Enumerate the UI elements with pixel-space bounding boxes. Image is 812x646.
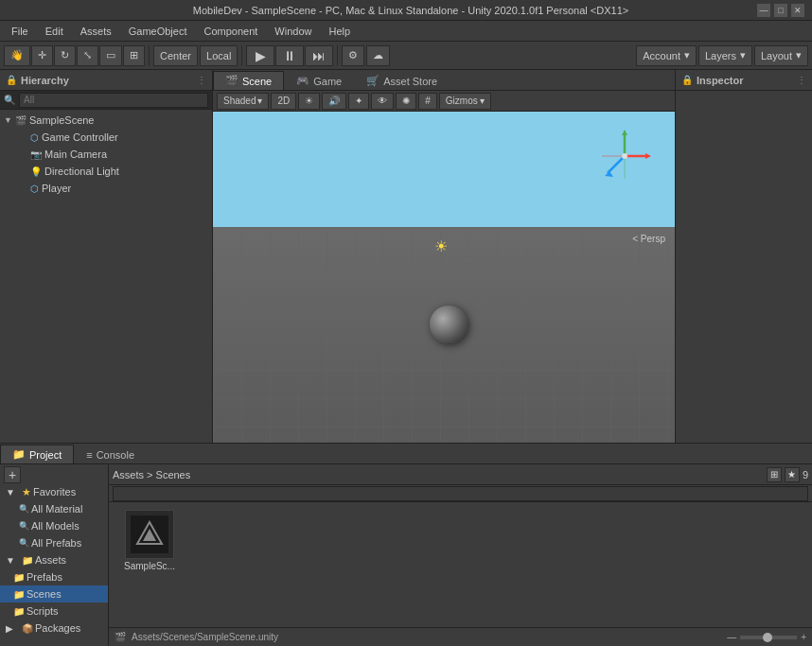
gameobject-icon: ⬡ (30, 132, 39, 143)
project-all-prefabs[interactable]: 🔍 All Prefabs (0, 534, 108, 551)
tab-project[interactable]: 📁 Project (0, 445, 74, 463)
divider-3 (337, 45, 338, 66)
maincamera-label: Main Camera (44, 148, 107, 160)
game-tab-icon: 🎮 (296, 75, 309, 87)
add-button[interactable]: + (4, 466, 21, 483)
menu-window[interactable]: Window (267, 24, 319, 39)
scene-file-icon (125, 510, 174, 559)
maximize-button[interactable]: □ (774, 4, 787, 17)
hierarchy-search-bar: 🔍 (0, 91, 212, 110)
center-panel: 🎬 Scene 🎮 Game 🛒 Asset Store Shaded ▾ (213, 70, 675, 443)
project-favorites[interactable]: ▼ ★ Favorites (0, 483, 108, 500)
rect-tool[interactable]: ▭ (99, 45, 122, 66)
step-button[interactable]: ⏭ (305, 45, 333, 66)
services-button[interactable]: ⚙ (342, 45, 364, 66)
project-item-samplescene[interactable]: SampleSc... (116, 510, 183, 571)
project-assets[interactable]: ▼ 📁 Assets (0, 551, 108, 568)
hierarchy-search-input[interactable] (19, 93, 208, 108)
transform-tool[interactable]: ⊞ (123, 45, 145, 66)
particles-toggle[interactable]: ✺ (396, 93, 416, 110)
project-all-models[interactable]: 🔍 All Models (0, 517, 108, 534)
zoom-out-icon[interactable]: — (727, 632, 736, 642)
title-bar: MobileDev - SampleScene - PC, Mac & Linu… (0, 0, 812, 21)
filter-button[interactable]: ⊞ (767, 467, 782, 482)
project-add-button[interactable]: + (0, 466, 108, 483)
layers-dropdown[interactable]: Layers ▾ (698, 45, 752, 66)
status-bar: 🎬 Assets/Scenes/SampleScene.unity — + (109, 627, 812, 646)
scene-gizmo[interactable] (594, 126, 656, 187)
shaded-arrow: ▾ (257, 96, 262, 106)
tab-scene[interactable]: 🎬 Scene (213, 71, 284, 90)
menu-component[interactable]: Component (196, 24, 265, 39)
scene-canvas[interactable]: ☀ < Persp (213, 112, 675, 443)
project-prefabs[interactable]: 📁 Prefabs (0, 568, 108, 585)
hierarchy-item-gamecontroller[interactable]: ▶ ⬡ Game Controller (0, 129, 212, 146)
all-models-label: All Models (31, 520, 79, 532)
inspector-title: Inspector (697, 75, 744, 86)
project-packages[interactable]: ▶ 📦 Packages (0, 620, 108, 637)
star-filter[interactable]: ★ (785, 467, 800, 482)
play-button[interactable]: ▶ (246, 45, 274, 66)
minimize-button[interactable]: — (757, 4, 770, 17)
scene-status-icon: 🎬 (115, 632, 126, 642)
project-all-material[interactable]: 🔍 All Material (0, 500, 108, 517)
menu-assets[interactable]: Assets (73, 24, 119, 39)
center-pivot-toggle[interactable]: Center (153, 45, 198, 66)
scripts-label: Scripts (26, 605, 59, 617)
close-button[interactable]: ✕ (791, 4, 804, 17)
hierarchy-item-directionallight[interactable]: ▶ 💡 Directional Light (0, 163, 212, 180)
prefabs-label: Prefabs (26, 571, 62, 583)
project-toolbar: Assets > Scenes ⊞ ★ 9 (109, 464, 812, 485)
menu-help[interactable]: Help (321, 24, 358, 39)
layout-label: Layout (761, 50, 792, 61)
gizmos-dropdown[interactable]: Gizmos ▾ (439, 93, 491, 110)
hierarchy-item-player[interactable]: ▶ ⬡ Player (0, 180, 212, 197)
project-search-input[interactable] (113, 486, 808, 501)
shaded-dropdown[interactable]: Shaded ▾ (217, 93, 269, 110)
tab-game[interactable]: 🎮 Game (284, 71, 354, 90)
hierarchy-panel: 🔒 Hierarchy ⋮ 🔍 ▼ 🎬 SampleScene (0, 70, 213, 443)
menu-file[interactable]: File (4, 24, 36, 39)
menu-bar: File Edit Assets GameObject Component Wi… (0, 21, 812, 42)
tab-console[interactable]: ≡ Console (74, 445, 147, 463)
rotate-tool[interactable]: ↻ (54, 45, 76, 66)
move-tool[interactable]: ✛ (31, 45, 53, 66)
zoom-in-icon[interactable]: + (801, 632, 806, 642)
all-prefabs-label: All Prefabs (31, 537, 81, 549)
expand-arrow: ▼ (4, 115, 15, 125)
inspector-more-icon[interactable]: ⋮ (797, 75, 806, 85)
gizmos-arrow: ▾ (480, 96, 485, 106)
effects-toggle[interactable]: ✦ (348, 93, 369, 110)
lighting-toggle[interactable]: ☀ (298, 93, 320, 110)
layers-label: Layers (705, 50, 736, 61)
audio-toggle[interactable]: 🔊 (322, 93, 346, 110)
layout-dropdown[interactable]: Layout ▾ (754, 45, 808, 66)
2d-button[interactable]: 2D (271, 93, 296, 110)
local-global-toggle[interactable]: Local (200, 45, 238, 66)
scenes-label: Scenes (26, 588, 62, 600)
work-area: 🔒 Hierarchy ⋮ 🔍 ▼ 🎬 SampleScene (0, 70, 812, 443)
account-dropdown[interactable]: Account ▾ (636, 45, 697, 66)
center-label: Center (160, 50, 191, 61)
hierarchy-item-maincamera[interactable]: ▶ 📷 Main Camera (0, 146, 212, 163)
hierarchy-item-samplescene[interactable]: ▼ 🎬 SampleScene (0, 112, 212, 129)
grid-toggle[interactable]: # (418, 93, 437, 110)
scale-tool[interactable]: ⤡ (77, 45, 98, 66)
project-scenes[interactable]: 📁 Scenes (0, 585, 108, 602)
menu-edit[interactable]: Edit (38, 24, 71, 39)
zoom-slider[interactable] (740, 636, 797, 639)
pause-button[interactable]: ⏸ (275, 45, 304, 66)
2d-label: 2D (277, 96, 290, 106)
more-icon[interactable]: ⋮ (197, 75, 206, 85)
cloud-button[interactable]: ☁ (366, 45, 390, 66)
tab-assetstore[interactable]: 🛒 Asset Store (354, 71, 450, 90)
gamecontroller-label: Game Controller (42, 131, 118, 143)
project-search-bar (109, 485, 812, 502)
hand-tool[interactable]: 👋 (4, 45, 30, 66)
menu-gameobject[interactable]: GameObject (121, 24, 195, 39)
hidden-objects[interactable]: 👁 (371, 93, 394, 110)
svg-point-8 (622, 153, 627, 159)
light-icon: 💡 (30, 166, 42, 177)
project-scripts[interactable]: 📁 Scripts (0, 602, 108, 620)
perspective-label: < Persp (632, 234, 665, 244)
